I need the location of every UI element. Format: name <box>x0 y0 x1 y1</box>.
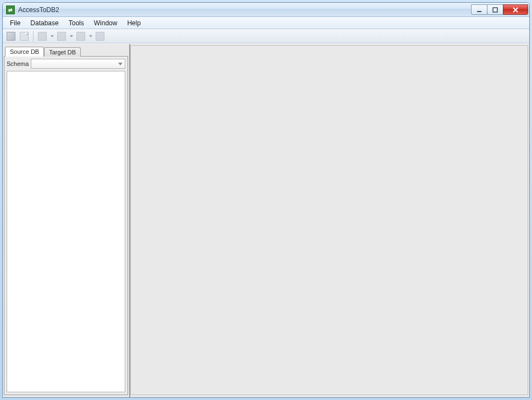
toolbar-new-button[interactable] <box>18 30 30 42</box>
run-icon <box>76 32 85 41</box>
object-tree[interactable] <box>7 71 125 392</box>
menu-database[interactable]: Database <box>25 18 63 29</box>
menu-file[interactable]: File <box>5 18 25 29</box>
side-panel: Source DB Target DB Schema <box>3 44 130 397</box>
toolbar-run-dropdown[interactable] <box>88 30 93 42</box>
client-area: Source DB Target DB Schema <box>3 43 529 397</box>
titlebar: ⇄ AccessToDB2 <box>3 3 529 17</box>
menu-tools[interactable]: Tools <box>64 18 89 29</box>
side-tabs: Source DB Target DB <box>4 45 128 56</box>
main-area <box>130 45 528 395</box>
toolbar-stop-button[interactable] <box>94 30 106 42</box>
svg-rect-1 <box>493 8 497 12</box>
stop-icon <box>96 32 104 41</box>
side-tab-body: Schema <box>4 56 128 395</box>
toolbar-run-button[interactable] <box>75 30 87 42</box>
menu-window[interactable]: Window <box>89 18 123 29</box>
schema-row: Schema <box>4 57 128 71</box>
tab-source-db[interactable]: Source DB <box>5 47 44 57</box>
window-buttons <box>472 4 528 15</box>
toolbar-export-dropdown[interactable] <box>69 30 74 42</box>
menubar: File Database Tools Window Help <box>3 17 529 29</box>
export-icon <box>57 32 66 41</box>
svg-rect-0 <box>477 11 481 12</box>
toolbar-separator <box>33 31 34 42</box>
toolbar-wizard-button[interactable] <box>5 30 17 42</box>
app-window: ⇄ AccessToDB2 File Database Tools Window… <box>2 2 530 398</box>
toolbar-import-dropdown[interactable] <box>49 30 54 42</box>
menu-help[interactable]: Help <box>122 18 146 29</box>
toolbar-export-button[interactable] <box>56 30 68 42</box>
wizard-icon <box>7 32 15 41</box>
schema-combo[interactable] <box>31 59 125 69</box>
toolbar <box>3 29 529 43</box>
window-title: AccessToDB2 <box>18 6 59 14</box>
toolbar-import-button[interactable] <box>36 30 48 42</box>
close-button[interactable] <box>503 4 528 15</box>
schema-label: Schema <box>7 60 29 67</box>
tab-target-db[interactable]: Target DB <box>44 47 81 57</box>
minimize-button[interactable] <box>471 4 487 15</box>
app-icon: ⇄ <box>6 5 15 14</box>
import-icon <box>38 32 47 41</box>
new-icon <box>20 32 29 41</box>
maximize-button[interactable] <box>487 4 503 15</box>
